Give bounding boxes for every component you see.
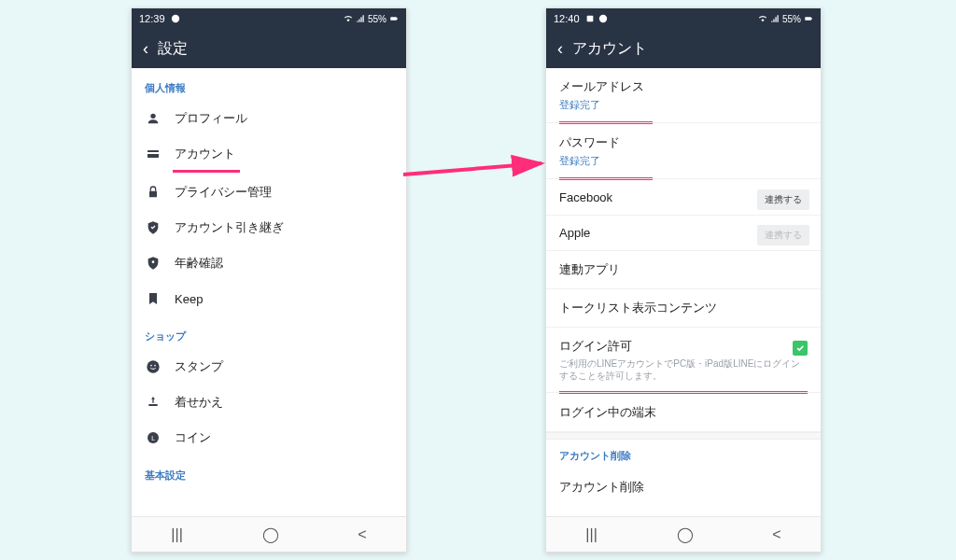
section-header-shop: ショップ [132, 316, 406, 349]
title-bar: ‹ 設定 [132, 29, 406, 68]
status-time: 12:40 [554, 13, 580, 24]
row-label: パスワード [559, 134, 808, 151]
lock-icon [145, 184, 162, 201]
row-talklist-content[interactable]: トークリスト表示コンテンツ [546, 289, 821, 328]
row-linked-apps[interactable]: 連動アプリ [546, 251, 821, 289]
row-label: 着せかえ [175, 394, 223, 411]
svg-rect-17 [805, 17, 811, 20]
svg-rect-15 [586, 16, 593, 22]
row-label: トークリスト表示コンテンツ [559, 300, 808, 316]
row-coin[interactable]: L コイン [132, 420, 406, 455]
svg-rect-6 [149, 191, 157, 198]
row-sub: 登録完了 [559, 98, 808, 112]
phone-right-account: 12:40 55% ‹ アカウント メールアドレス 登録完了 パスワード 登録完… [545, 7, 822, 553]
row-logged-in-devices[interactable]: ログイン中の端末 [546, 394, 821, 432]
row-theme[interactable]: 着せかえ [132, 385, 406, 420]
nav-recent-button[interactable]: ||| [585, 526, 597, 543]
row-sub: 登録完了 [559, 154, 808, 168]
row-stamp[interactable]: スタンプ [132, 349, 406, 385]
status-bar: 12:39 55% [132, 8, 406, 29]
shield-icon [145, 219, 162, 236]
nav-back-button[interactable]: < [772, 526, 780, 543]
line-icon [598, 14, 608, 23]
row-email[interactable]: メールアドレス 登録完了 [546, 68, 821, 123]
back-button[interactable]: ‹ [557, 39, 563, 59]
row-keep[interactable]: Keep [132, 281, 406, 316]
battery-icon [804, 14, 813, 23]
section-header-delete: アカウント削除 [546, 440, 821, 469]
row-label: ログイン許可 [559, 338, 808, 355]
row-desc: ご利用のLINEアカウントでPC版・iPad版LINEにログインすることを許可し… [559, 357, 808, 382]
status-time: 12:39 [139, 13, 165, 24]
badge-icon [145, 255, 162, 272]
section-gap [546, 432, 821, 440]
login-permission-checkbox[interactable] [793, 341, 808, 356]
row-label: プロフィール [175, 110, 247, 127]
row-account-transfer[interactable]: アカウント引き継ぎ [132, 210, 406, 245]
signal-icon [770, 14, 780, 23]
wifi-icon [758, 14, 767, 23]
svg-point-3 [150, 114, 155, 119]
svg-point-7 [152, 260, 155, 263]
person-icon [145, 110, 162, 127]
row-login-permission[interactable]: ログイン許可 ご利用のLINEアカウントでPC版・iPad版LINEにログインす… [546, 328, 821, 393]
android-nav-bar: ||| ◯ < [132, 516, 406, 552]
row-label: 連動アプリ [559, 261, 808, 278]
row-age-verify[interactable]: 年齢確認 [132, 245, 406, 281]
row-profile[interactable]: プロフィール [132, 101, 406, 136]
svg-rect-11 [148, 404, 157, 406]
row-label: ログイン中の端末 [559, 404, 808, 421]
status-app-icons [171, 14, 180, 23]
wifi-icon [344, 14, 353, 23]
row-label: メールアドレス [559, 78, 808, 95]
svg-rect-5 [148, 152, 159, 154]
back-button[interactable]: ‹ [143, 39, 148, 59]
row-privacy[interactable]: プライバシー管理 [132, 175, 406, 210]
annotation-arrow [401, 154, 551, 186]
smile-icon [145, 358, 162, 375]
page-title: 設定 [158, 39, 188, 59]
account-list: メールアドレス 登録完了 パスワード 登録完了 Facebook 連携する Ap… [546, 68, 821, 516]
row-apple[interactable]: Apple 連携する [546, 216, 821, 251]
nav-home-button[interactable]: ◯ [677, 525, 694, 543]
battery-percent: 55% [782, 14, 801, 24]
svg-line-14 [403, 163, 541, 175]
nav-recent-button[interactable]: ||| [171, 526, 182, 543]
settings-list: 個人情報 プロフィール アカウント プライバシー管理 アカウント引き継ぎ 年齢確… [132, 68, 406, 516]
row-label: アカウント削除 [559, 479, 808, 496]
theme-icon [145, 394, 162, 411]
link-facebook-button[interactable]: 連携する [757, 189, 809, 210]
row-facebook[interactable]: Facebook 連携する [546, 180, 821, 216]
svg-rect-2 [397, 18, 398, 20]
battery-percent: 55% [368, 14, 387, 24]
row-password[interactable]: パスワード 登録完了 [546, 124, 821, 179]
svg-rect-1 [390, 17, 397, 20]
nav-back-button[interactable]: < [358, 526, 366, 543]
android-nav-bar: ||| ◯ < [546, 516, 821, 552]
nav-home-button[interactable]: ◯ [262, 525, 279, 543]
row-account[interactable]: アカウント [132, 136, 406, 172]
title-bar: ‹ アカウント [546, 29, 821, 68]
row-label: 年齢確認 [175, 255, 223, 272]
svg-point-0 [171, 15, 178, 22]
phone-left-settings: 12:39 55% ‹ 設定 個人情報 プロフィール アカウント プライバシー管… [131, 7, 407, 553]
link-apple-button: 連携する [757, 225, 809, 245]
status-right: 55% [344, 14, 399, 24]
highlight-underline [173, 170, 240, 173]
svg-point-10 [154, 365, 156, 367]
row-label: スタンプ [175, 358, 223, 375]
row-delete-account[interactable]: アカウント削除 [546, 469, 821, 506]
row-label: Keep [175, 292, 203, 306]
status-right: 55% [758, 14, 813, 24]
card-icon [145, 146, 162, 162]
gallery-icon [585, 14, 595, 23]
svg-text:L: L [151, 435, 155, 441]
row-label: アカウント [175, 146, 235, 162]
row-label: コイン [175, 429, 211, 446]
bookmark-icon [145, 290, 162, 307]
line-icon [171, 14, 180, 23]
row-label: アカウント引き継ぎ [175, 219, 284, 236]
page-title: アカウント [572, 39, 647, 59]
signal-icon [356, 14, 365, 23]
battery-icon [389, 14, 399, 23]
